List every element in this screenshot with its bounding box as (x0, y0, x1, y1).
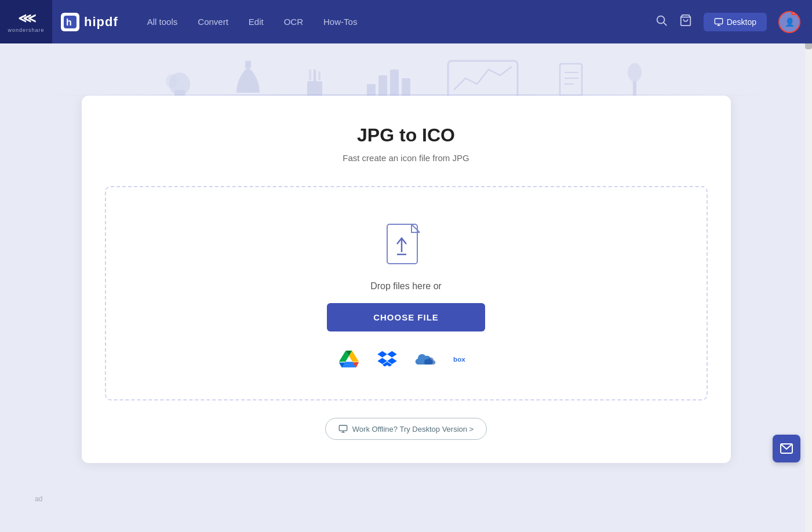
search-button[interactable] (655, 14, 668, 30)
svg-rect-17 (367, 84, 376, 96)
hero-illustration (0, 55, 812, 96)
svg-rect-18 (378, 75, 387, 96)
ad-label: ad (35, 495, 812, 503)
mail-fab-button[interactable] (773, 435, 800, 462)
navbar: ⋘ wondershare h hipdf All tools Convert … (0, 0, 812, 43)
user-avatar[interactable]: 👤 Pro (778, 11, 800, 33)
svg-rect-13 (307, 81, 322, 96)
nav-actions: Desktop 👤 Pro (655, 11, 800, 33)
pro-badge: Pro (791, 11, 800, 15)
svg-point-2 (657, 16, 664, 24)
choose-file-button[interactable]: CHOOSE FILE (327, 303, 485, 331)
svg-rect-27 (633, 81, 636, 96)
svg-rect-20 (402, 78, 410, 96)
svg-point-10 (166, 74, 177, 88)
nav-ocr[interactable]: OCR (284, 17, 303, 27)
cart-button[interactable] (679, 14, 692, 30)
hipdf-logo-icon: h (61, 13, 79, 31)
onedrive-icon[interactable] (415, 349, 436, 370)
nav-convert[interactable]: Convert (198, 17, 228, 27)
main-content: JPG to ICO Fast create an icon file from… (0, 96, 812, 486)
box-icon[interactable]: box (453, 349, 474, 370)
page-title: JPG to ICO (105, 125, 708, 146)
upload-icon (386, 223, 427, 269)
hipdf-brand[interactable]: h hipdf (61, 13, 118, 31)
desktop-button[interactable]: Desktop (704, 13, 767, 31)
wondershare-icon: ⋘ (18, 11, 35, 26)
drop-zone[interactable]: Drop files here or CHOOSE FILE (105, 186, 708, 400)
google-drive-icon[interactable] (338, 349, 359, 370)
nav-how-tos[interactable]: How-Tos (323, 17, 357, 27)
svg-rect-5 (715, 19, 722, 24)
illustration-line (46, 94, 766, 96)
svg-rect-16 (318, 71, 321, 80)
nav-all-tools[interactable]: All tools (147, 17, 178, 27)
svg-text:box: box (453, 355, 465, 362)
hero-background (0, 43, 812, 96)
svg-rect-33 (339, 425, 347, 431)
desktop-promo-button[interactable]: Work Offline? Try Desktop Version > (325, 418, 487, 440)
scrollbar[interactable] (805, 0, 812, 532)
svg-rect-23 (560, 64, 582, 96)
desktop-promo-label: Work Offline? Try Desktop Version > (352, 425, 474, 433)
wondershare-logo[interactable]: ⋘ wondershare (0, 0, 52, 43)
svg-rect-11 (245, 61, 251, 68)
svg-line-3 (664, 23, 667, 25)
nav-links: All tools Convert Edit OCR How-Tos (147, 17, 655, 27)
svg-rect-14 (314, 70, 316, 82)
svg-rect-15 (309, 70, 311, 80)
svg-rect-19 (390, 70, 399, 96)
svg-point-28 (628, 63, 642, 82)
wondershare-text: wondershare (8, 27, 44, 33)
nav-edit[interactable]: Edit (249, 17, 264, 27)
svg-text:h: h (66, 17, 72, 27)
desktop-promo: Work Offline? Try Desktop Version > (105, 418, 708, 440)
drop-text: Drop files here or (370, 281, 442, 291)
svg-rect-21 (448, 61, 518, 96)
hipdf-name: hipdf (84, 14, 118, 30)
converter-card: JPG to ICO Fast create an icon file from… (82, 96, 731, 463)
cloud-services: box (338, 349, 474, 370)
dropbox-icon[interactable] (377, 349, 398, 370)
page-subtitle: Fast create an icon file from JPG (105, 153, 708, 163)
